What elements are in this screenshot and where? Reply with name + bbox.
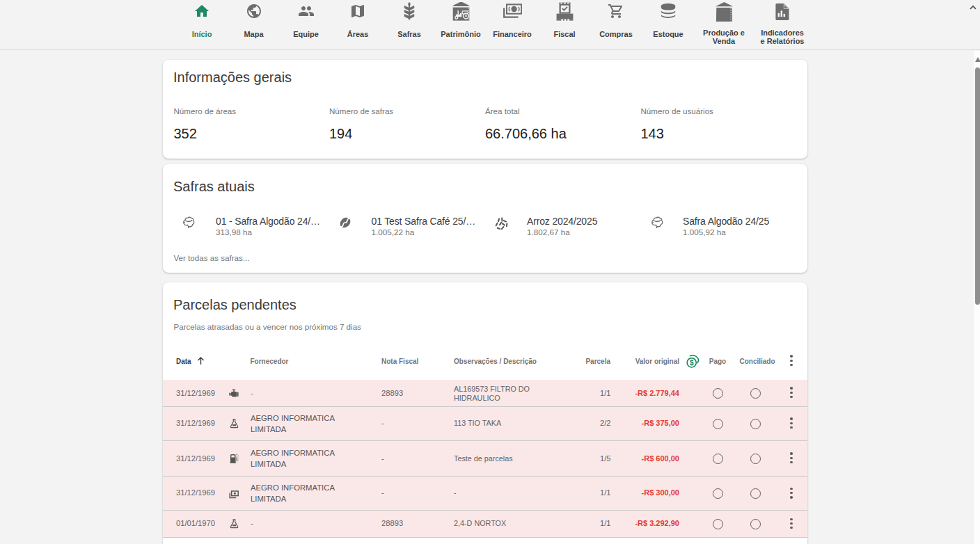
svg-text:$: $	[690, 359, 694, 367]
